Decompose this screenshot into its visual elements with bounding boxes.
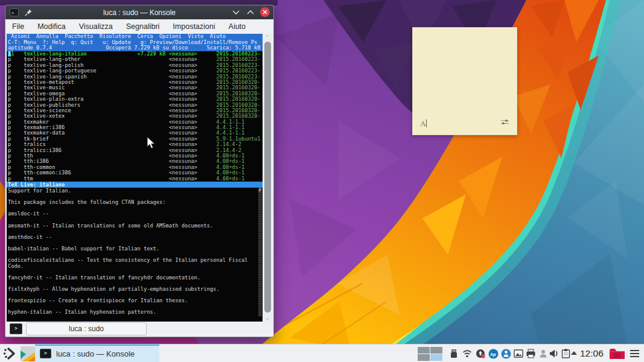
software-updates-icon[interactable]: [476, 349, 485, 358]
description-scroll-marker: #: [258, 187, 261, 193]
tab-luca-sudo[interactable]: luca : sudo: [26, 322, 147, 335]
folder-view-icon[interactable]: [20, 346, 36, 362]
note-text-cursor[interactable]: A: [420, 119, 427, 129]
svg-text:>: >: [11, 11, 14, 16]
clipboard-icon[interactable]: [561, 349, 571, 358]
maximize-button[interactable]: [246, 7, 255, 17]
device-notifier-icon[interactable]: [449, 349, 459, 358]
menu-bar: FileModificaVisualizzaSegnalibriImpostaz…: [6, 19, 273, 34]
scroll-down-icon[interactable]: ⌄: [265, 316, 270, 320]
systray-expander-icon[interactable]: [571, 351, 577, 355]
aptitude-header[interactable]: Azioni Annulla Pacchetto Risolutore Cerc…: [7, 34, 263, 51]
package-description: Support for Italian. This package includ…: [7, 188, 259, 316]
close-button[interactable]: [260, 7, 270, 17]
scroll-up-icon[interactable]: ⌃: [265, 35, 270, 40]
desktop: { "colors": { "accent_blue": "#3daee9", …: [0, 0, 644, 362]
printer-icon[interactable]: [526, 349, 535, 358]
panel-settings-icon[interactable]: [630, 350, 639, 359]
menu-modifica[interactable]: Modifica: [37, 22, 66, 31]
package-description-header[interactable]: TeX Live: italiano: [7, 182, 263, 188]
package-row-ttm[interactable]: p ttm <nessuna> 4.08+ds-1: [7, 176, 263, 182]
task-label: luca : sudo — Konsole: [56, 349, 135, 358]
menu-segnalibri[interactable]: Segnalibri: [126, 22, 160, 31]
pager-desktop-4-active[interactable]: [430, 354, 442, 361]
menu-visualizza[interactable]: Visualizza: [79, 22, 113, 31]
package-list: i1 texlive-lang-italian +7.229 kB <nessu…: [7, 51, 263, 182]
konsole-task-icon: >: [40, 349, 51, 358]
minimize-button[interactable]: [231, 7, 241, 17]
terminal-view[interactable]: Azioni Annulla Pacchetto Risolutore Cerc…: [7, 34, 273, 322]
sticky-note-widget[interactable]: A: [412, 27, 517, 135]
hp-device-icon[interactable]: hp: [488, 349, 498, 358]
menu-file[interactable]: File: [12, 22, 24, 31]
menu-impostazioni[interactable]: Impostazioni: [173, 22, 215, 31]
terminal-scrollbar-handle[interactable]: [264, 42, 271, 313]
digital-clock[interactable]: 12:06: [580, 348, 604, 359]
virtual-desktop-pager[interactable]: [418, 347, 443, 361]
taskbar-panel: > luca : sudo — Konsole hp: [0, 344, 644, 362]
tab-bar: > luca : sudo: [7, 322, 272, 336]
mouse-cursor: [147, 136, 156, 150]
pager-desktop-2[interactable]: [430, 347, 442, 354]
description-scrollbar[interactable]: #: [258, 188, 262, 316]
keep-above-pin-icon[interactable]: [25, 8, 32, 19]
volume-icon[interactable]: [549, 349, 559, 358]
window-titlebar[interactable]: luca : sudo — Konsole >: [5, 5, 273, 19]
note-settings-icon[interactable]: [501, 116, 509, 127]
terminal-scrollbar[interactable]: ⌃ ⌄: [263, 34, 273, 322]
bluetooth-user-icon[interactable]: [501, 349, 511, 358]
konsole-window-icon: >: [10, 8, 19, 19]
user-status-icon[interactable]: [538, 349, 548, 358]
wifi-icon[interactable]: [462, 349, 472, 358]
red-folder-icon[interactable]: [609, 347, 625, 362]
new-tab-button[interactable]: >: [10, 323, 22, 334]
menu-aiuto[interactable]: Aiuto: [229, 22, 246, 31]
active-task-indicator: [35, 345, 159, 346]
task-button-konsole[interactable]: > luca : sudo — Konsole: [35, 345, 159, 362]
pager-desktop-3[interactable]: [418, 354, 430, 361]
screenshot-icon[interactable]: [514, 349, 523, 358]
pager-desktop-1[interactable]: [418, 347, 430, 354]
konsole-window: luca : sudo — Konsole >: [5, 5, 274, 337]
svg-text:hp: hp: [490, 352, 496, 357]
application-launcher-icon[interactable]: [2, 346, 17, 362]
